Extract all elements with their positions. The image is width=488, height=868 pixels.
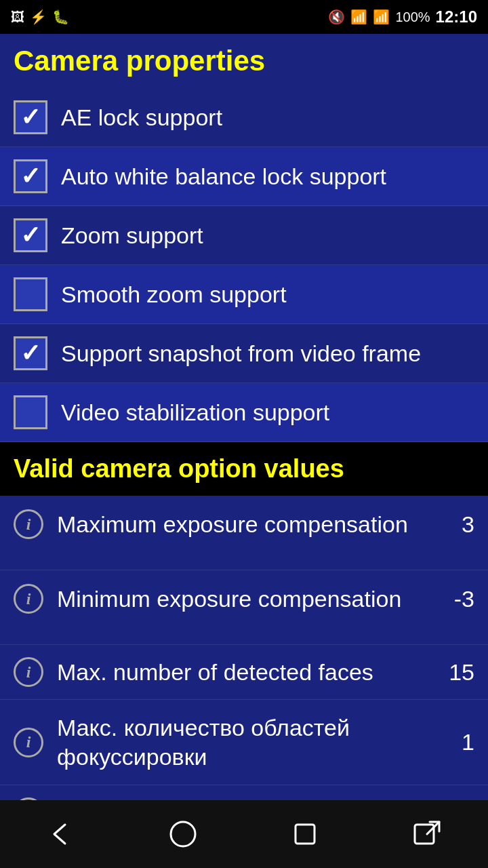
smooth-zoom-checkbox[interactable] [14, 277, 47, 311]
video-stab-label: Video stabilization support [61, 399, 329, 427]
max-exposure-label: Maximum exposure compensation [57, 511, 408, 537]
max-faces-value: 15 [449, 659, 474, 686]
ae-lock-checkbox[interactable] [14, 100, 47, 134]
list-item[interactable]: Smooth zoom support [0, 265, 488, 324]
list-item[interactable]: Zoom support [0, 206, 488, 265]
mute-icon: 🔇 [328, 9, 345, 25]
info-icon: i [14, 728, 43, 757]
max-focus-label: Макс. количество областей фокуссировки [57, 715, 350, 770]
info-icon: i [14, 584, 43, 614]
awb-lock-checkbox[interactable] [14, 159, 47, 193]
page-title: Camera properties [14, 45, 265, 77]
snapshot-checkbox[interactable] [14, 336, 47, 370]
status-bar-right: 🔇 📶 📶 100% 12:10 [328, 7, 477, 26]
usb-icon: ⚡ [30, 9, 47, 25]
header: Camera properties [0, 34, 488, 88]
max-faces-label: Max. number of detected faces [57, 659, 373, 685]
home-button[interactable] [159, 810, 207, 858]
battery-text: 100% [395, 9, 430, 25]
video-stab-checkbox[interactable] [14, 395, 47, 429]
section-header: Valid camera option values [0, 442, 488, 496]
signal-icon: 📶 [373, 9, 390, 25]
list-item: i Max. number of detected faces 15 [0, 645, 488, 700]
svg-rect-2 [415, 825, 434, 844]
list-item[interactable]: AE lock support [0, 88, 488, 147]
zoom-label: Zoom support [61, 222, 203, 250]
status-time: 12:10 [436, 7, 477, 26]
share-button[interactable] [403, 810, 451, 858]
wifi-icon: 📶 [350, 9, 367, 25]
awb-lock-label: Auto white balance lock support [61, 163, 386, 191]
section-title: Valid camera option values [14, 454, 344, 483]
bug-icon: 🐛 [52, 9, 69, 25]
ae-lock-label: AE lock support [61, 104, 222, 132]
smooth-zoom-label: Smooth zoom support [61, 281, 287, 309]
svg-rect-1 [296, 825, 314, 844]
image-icon: 🖼 [11, 9, 24, 25]
list-item[interactable]: Video stabilization support [0, 383, 488, 442]
recents-button[interactable] [281, 810, 329, 858]
min-exposure-label: Minimum exposure compensation [57, 586, 401, 612]
checkbox-list: AE lock support Auto white balance lock … [0, 88, 488, 442]
status-bar-left: 🖼 ⚡ 🐛 [11, 9, 69, 25]
main-content: Camera properties AE lock support Auto w… [0, 34, 488, 800]
nav-bar [0, 800, 488, 868]
max-focus-value: 1 [462, 729, 474, 755]
status-bar: 🖼 ⚡ 🐛 🔇 📶 📶 100% 12:10 [0, 0, 488, 34]
info-icon: i [14, 509, 43, 539]
info-icon: i [14, 657, 43, 687]
snapshot-label: Support snapshot from video frame [61, 340, 421, 368]
list-item: i Minimum exposure compensation -3 [0, 570, 488, 645]
zoom-checkbox[interactable] [14, 218, 47, 252]
list-item: i Max. number of metering areas 9 [0, 785, 488, 800]
min-exposure-value: -3 [454, 586, 474, 612]
list-item: i Макс. количество областей фокуссировки… [0, 700, 488, 785]
list-item[interactable]: Auto white balance lock support [0, 147, 488, 206]
max-exposure-value: 3 [462, 511, 474, 538]
svg-point-0 [171, 822, 195, 846]
list-item[interactable]: Support snapshot from video frame [0, 324, 488, 383]
list-item: i Maximum exposure compensation 3 [0, 496, 488, 570]
back-button[interactable] [37, 810, 85, 858]
info-list: i Maximum exposure compensation 3 i Mini… [0, 496, 488, 800]
